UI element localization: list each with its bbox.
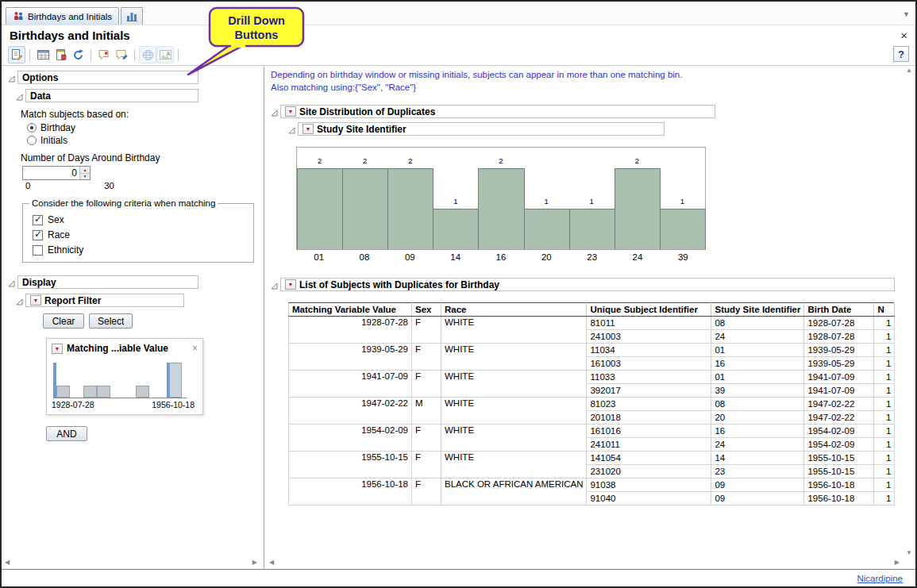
display-header: Display xyxy=(22,277,56,288)
disclosure-icon[interactable] xyxy=(271,108,278,115)
scroll-up-icon[interactable] xyxy=(906,67,912,74)
column-header[interactable]: Study Site Identifier xyxy=(711,303,804,317)
options-header: Options xyxy=(22,72,58,83)
histogram-bar-slot[interactable]: 2 xyxy=(342,148,387,249)
histogram-bar-slot[interactable]: 2 xyxy=(615,148,660,249)
disclosure-icon[interactable] xyxy=(288,125,295,133)
checkbox-checked-icon[interactable] xyxy=(33,215,43,225)
red-triangle-menu-icon[interactable] xyxy=(285,279,296,290)
table-row[interactable]: 1955-10-15FWHITE141054141955-10-151 xyxy=(289,452,895,465)
histogram-bar-slot[interactable]: 1 xyxy=(569,148,615,249)
report-hscrollbar[interactable] xyxy=(269,558,900,567)
close-icon[interactable]: × xyxy=(900,29,907,41)
help-button[interactable]: ? xyxy=(893,46,909,62)
filter-histogram-bar[interactable] xyxy=(83,386,97,398)
table-cell: F xyxy=(412,425,441,452)
histogram-bar[interactable] xyxy=(342,168,388,249)
radio-birthday[interactable]: Birthday xyxy=(27,122,264,133)
options-hscrollbar[interactable] xyxy=(5,558,257,567)
histogram-bar[interactable] xyxy=(297,168,343,249)
spin-up-icon[interactable] xyxy=(80,167,90,173)
edit-report-icon[interactable] xyxy=(8,46,25,63)
histogram-bar[interactable] xyxy=(569,209,615,249)
histogram-bar-slot[interactable]: 2 xyxy=(297,148,342,249)
radio-initials-label: Initials xyxy=(40,135,67,146)
checkbox-race[interactable]: Race xyxy=(33,229,247,240)
column-header[interactable]: Race xyxy=(441,303,587,317)
note-delete-icon[interactable] xyxy=(95,46,113,63)
column-header[interactable]: Birth Date xyxy=(804,303,874,317)
red-triangle-menu-icon[interactable] xyxy=(302,124,314,134)
red-triangle-menu-icon[interactable] xyxy=(285,106,296,117)
histogram-bar[interactable] xyxy=(615,168,661,249)
scroll-right-icon[interactable] xyxy=(252,559,257,566)
scroll-left-icon[interactable] xyxy=(269,559,274,566)
data-table-icon[interactable] xyxy=(34,46,52,63)
checkbox-checked-icon[interactable] xyxy=(33,230,43,240)
scroll-right-icon[interactable] xyxy=(895,559,900,566)
radio-initials[interactable]: Initials xyxy=(27,135,264,146)
column-header[interactable]: N xyxy=(874,303,895,317)
table-row[interactable]: 1928-07-28FWHITE81011081928-07-281 xyxy=(289,317,895,330)
histogram-bar[interactable] xyxy=(524,209,570,249)
filter-histogram-bar[interactable] xyxy=(136,386,149,398)
table-row[interactable]: 1956-10-18FBLACK OR AFRICAN AMERICAN9103… xyxy=(289,478,895,492)
histogram-bar-slot[interactable]: 2 xyxy=(478,148,523,249)
column-header[interactable]: Unique Subject Identifier xyxy=(587,303,711,317)
tab-chart-launcher[interactable] xyxy=(121,7,143,25)
study-link[interactable]: Nicardipine xyxy=(857,574,903,583)
table-cell: 39 xyxy=(711,384,804,398)
tab-birthdays-and-initials[interactable]: Birthdays and Initials xyxy=(6,7,119,25)
scroll-down-icon[interactable] xyxy=(906,550,912,556)
histogram-bar[interactable] xyxy=(478,168,524,249)
table-row[interactable]: 1939-05-29FWHITE11034011939-05-291 xyxy=(289,344,895,357)
disclosure-icon[interactable] xyxy=(8,279,15,286)
report-vscrollbar[interactable] xyxy=(904,67,914,556)
red-triangle-menu-icon[interactable] xyxy=(52,344,63,354)
relaunch-icon[interactable] xyxy=(69,46,87,63)
table-row[interactable]: 1941-07-09FWHITE11033011941-07-091 xyxy=(289,371,895,384)
checkbox-unchecked-icon[interactable] xyxy=(33,245,43,256)
column-header[interactable]: Matching Variable Value xyxy=(289,303,412,317)
checkbox-sex[interactable]: Sex xyxy=(33,214,247,225)
histogram-bar[interactable] xyxy=(387,168,433,249)
disclosure-icon[interactable] xyxy=(16,92,23,99)
filter-close-icon[interactable]: × xyxy=(192,343,198,354)
tabstrip-menu-icon[interactable] xyxy=(903,8,910,19)
red-triangle-menu-icon[interactable] xyxy=(30,295,41,306)
histogram-bar-slot[interactable]: 1 xyxy=(524,148,569,249)
disclosure-icon[interactable] xyxy=(16,297,23,304)
days-value[interactable]: 0 xyxy=(23,167,79,179)
table-cell: 20 xyxy=(711,411,804,425)
histogram-bar[interactable] xyxy=(433,209,479,249)
histogram-bar[interactable] xyxy=(660,209,706,249)
filter-histogram-bar[interactable] xyxy=(97,386,110,398)
table-cell: 231020 xyxy=(587,465,711,478)
clear-button[interactable]: Clear xyxy=(43,313,84,329)
and-button[interactable]: AND xyxy=(46,426,87,441)
disclosure-icon[interactable] xyxy=(8,74,15,81)
radio-unselected-icon[interactable] xyxy=(27,136,37,145)
histogram-bar-slot[interactable]: 2 xyxy=(387,148,433,249)
histogram-bar-slot[interactable]: 1 xyxy=(433,148,478,249)
radio-selected-icon[interactable] xyxy=(27,123,37,133)
data-header: Data xyxy=(30,90,51,102)
filter-histogram-bar[interactable] xyxy=(56,386,70,398)
filter-histogram-bar[interactable] xyxy=(167,363,169,398)
filter-max-label: 1956-10-18 xyxy=(152,400,195,409)
select-button[interactable]: Select xyxy=(89,313,133,329)
checkbox-ethnicity[interactable]: Ethnicity xyxy=(33,244,247,256)
filter-histogram[interactable] xyxy=(53,362,187,398)
filter-histogram-bar[interactable] xyxy=(169,363,182,398)
disclosure-icon[interactable] xyxy=(271,281,278,288)
note-edit-icon[interactable] xyxy=(113,46,130,63)
table-row[interactable]: 1954-02-09FWHITE161016161954-02-091 xyxy=(289,425,895,438)
scroll-left-icon[interactable] xyxy=(5,559,10,566)
days-spinner[interactable]: 0 xyxy=(22,166,91,180)
histogram-bar-slot[interactable]: 1 xyxy=(660,148,705,249)
spin-down-icon[interactable] xyxy=(80,173,90,180)
journal-icon[interactable] xyxy=(52,46,69,63)
table-row[interactable]: 1947-02-22MWHITE81023081947-02-221 xyxy=(289,398,895,411)
table-cell: 1955-10-15 xyxy=(289,452,412,478)
column-header[interactable]: Sex xyxy=(412,303,441,317)
